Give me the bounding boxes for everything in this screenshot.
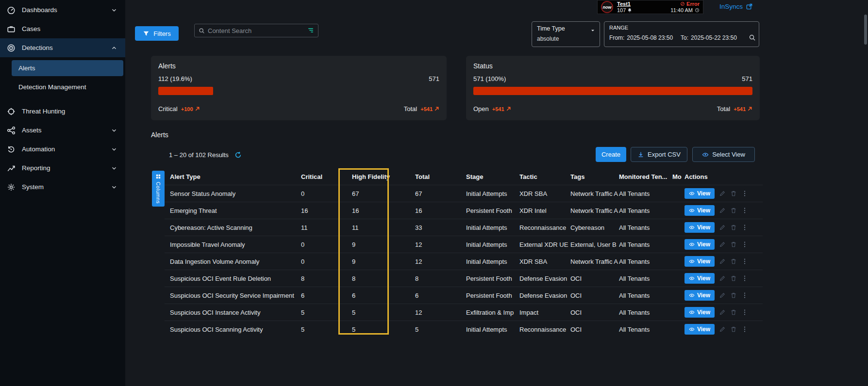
edit-icon[interactable]	[719, 309, 726, 316]
edit-icon[interactable]	[719, 190, 726, 197]
cell-high-fidelity: 5	[352, 309, 415, 316]
edit-icon[interactable]	[719, 275, 726, 282]
delete-icon[interactable]	[730, 275, 737, 282]
edit-icon[interactable]	[719, 207, 726, 214]
delta-value: +541	[420, 106, 433, 112]
range-search-icon[interactable]	[749, 34, 756, 41]
table-row: Cybereason: Active Scanning 11 11 33 Ini…	[165, 219, 763, 236]
view-button[interactable]: View	[684, 205, 715, 216]
insyncs-link[interactable]: InSyncs	[719, 3, 753, 10]
header-high-fidelity[interactable]: High Fidelity	[352, 173, 415, 180]
sidebar-item-label: Automation	[22, 145, 55, 153]
select-view-button[interactable]: Select View	[692, 147, 755, 162]
view-button[interactable]: View	[684, 222, 715, 233]
footer-label: Total	[404, 105, 417, 113]
error-status[interactable]: Error	[680, 1, 700, 7]
status-summary-card: Status 571 (100%) 571 Open +541 Total +5…	[466, 56, 760, 120]
sidebar-item-detection-management[interactable]: Detection Management	[12, 79, 123, 95]
sidebar-item-alerts[interactable]: Alerts	[12, 60, 123, 76]
card-footer-open[interactable]: Open +541	[473, 105, 511, 113]
delete-icon[interactable]	[730, 190, 737, 197]
header-stage[interactable]: Stage	[466, 173, 519, 180]
table-row: Suspicious OCI Scanning Activity 5 5 5 I…	[165, 321, 763, 338]
card-footer-total[interactable]: Total +541	[404, 105, 439, 113]
edit-icon[interactable]	[719, 292, 726, 299]
query-filter-icon[interactable]	[307, 27, 314, 34]
cell-total: 6	[415, 292, 466, 299]
sidebar-item-automation[interactable]: Automation	[0, 140, 125, 159]
view-button[interactable]: View	[684, 188, 715, 199]
kebab-menu-icon[interactable]	[741, 190, 748, 197]
cell-tags: OCI	[570, 292, 619, 299]
view-button[interactable]: View	[684, 307, 715, 318]
progress-fill	[158, 87, 213, 95]
cell-critical: 5	[301, 309, 352, 316]
delete-icon[interactable]	[730, 224, 737, 231]
card-footer-critical[interactable]: Critical +100	[158, 105, 200, 113]
view-button-label: View	[697, 241, 710, 248]
eye-icon	[689, 258, 695, 264]
table-row: Suspicious OCI Security Service Impairme…	[165, 287, 763, 304]
cell-critical: 0	[301, 241, 352, 248]
edit-icon[interactable]	[719, 241, 726, 248]
vertical-scrollbar[interactable]	[864, 15, 867, 45]
view-button[interactable]: View	[684, 239, 715, 250]
view-button[interactable]: View	[684, 273, 715, 284]
header-tactic[interactable]: Tactic	[519, 173, 570, 180]
delete-icon[interactable]	[730, 309, 737, 316]
delta-value: +100	[181, 106, 193, 112]
kebab-menu-icon[interactable]	[741, 275, 748, 282]
delete-icon[interactable]	[730, 241, 737, 248]
header-mo[interactable]: Mo	[672, 173, 684, 180]
refresh-icon[interactable]	[234, 151, 242, 159]
edit-icon[interactable]	[719, 258, 726, 265]
eye-icon	[689, 275, 695, 281]
create-button[interactable]: Create	[596, 147, 626, 162]
cell-tactic: Reconnaissance	[519, 224, 570, 231]
tenant-link[interactable]: Test1	[617, 1, 632, 7]
header-tags[interactable]: Tags	[570, 173, 619, 180]
columns-button[interactable]: Columns	[152, 171, 165, 207]
kebab-menu-icon[interactable]	[741, 207, 748, 214]
sidebar-item-reporting[interactable]: Reporting	[0, 159, 125, 177]
card-footer-total[interactable]: Total +541	[717, 105, 752, 113]
sidebar-item-system[interactable]: System	[0, 177, 125, 196]
view-button[interactable]: View	[684, 256, 715, 267]
edit-icon[interactable]	[719, 326, 726, 333]
search-input[interactable]	[208, 27, 304, 34]
time-range-picker[interactable]: RANGE From: 2025-05-08 23:50 To: 2025-05…	[604, 21, 759, 47]
cell-tags: OCI	[570, 326, 619, 333]
notification-count: 107	[617, 7, 626, 13]
sidebar-item-assets[interactable]: Assets	[0, 121, 125, 140]
delete-icon[interactable]	[730, 207, 737, 214]
header-total[interactable]: Total	[415, 173, 466, 180]
view-button[interactable]: View	[684, 324, 715, 335]
sidebar-item-cases[interactable]: Cases	[0, 19, 125, 38]
external-link-icon	[746, 3, 753, 10]
delete-icon[interactable]	[730, 326, 737, 333]
delete-icon[interactable]	[730, 292, 737, 299]
sidebar-item-dashboards[interactable]: Dashboards	[0, 0, 125, 19]
delete-icon[interactable]	[730, 258, 737, 265]
sidebar-item-detections[interactable]: Detections	[0, 38, 125, 57]
notifications[interactable]: 107	[617, 7, 632, 13]
kebab-menu-icon[interactable]	[741, 309, 748, 316]
header-monitored-tenants[interactable]: Monitored Ten...	[619, 173, 672, 180]
header-critical[interactable]: Critical	[301, 173, 352, 180]
error-icon	[680, 1, 685, 6]
range-from-label: From:	[609, 34, 624, 41]
kebab-menu-icon[interactable]	[741, 241, 748, 248]
header-alert-type[interactable]: Alert Type	[170, 173, 301, 180]
edit-icon[interactable]	[719, 224, 726, 231]
kebab-menu-icon[interactable]	[741, 326, 748, 333]
kebab-menu-icon[interactable]	[741, 224, 748, 231]
export-csv-button[interactable]: Export CSV	[631, 147, 687, 162]
cell-alert-type: Impossible Travel Anomaly	[170, 241, 301, 248]
time-type-select[interactable]: Time Type absolute	[532, 21, 600, 47]
view-button[interactable]: View	[684, 290, 715, 301]
kebab-menu-icon[interactable]	[741, 258, 748, 265]
sidebar-item-threat-hunting[interactable]: Threat Hunting	[0, 102, 125, 121]
header-actions: Actions	[684, 173, 760, 180]
kebab-menu-icon[interactable]	[741, 292, 748, 299]
filters-button[interactable]: Filters	[135, 26, 179, 41]
